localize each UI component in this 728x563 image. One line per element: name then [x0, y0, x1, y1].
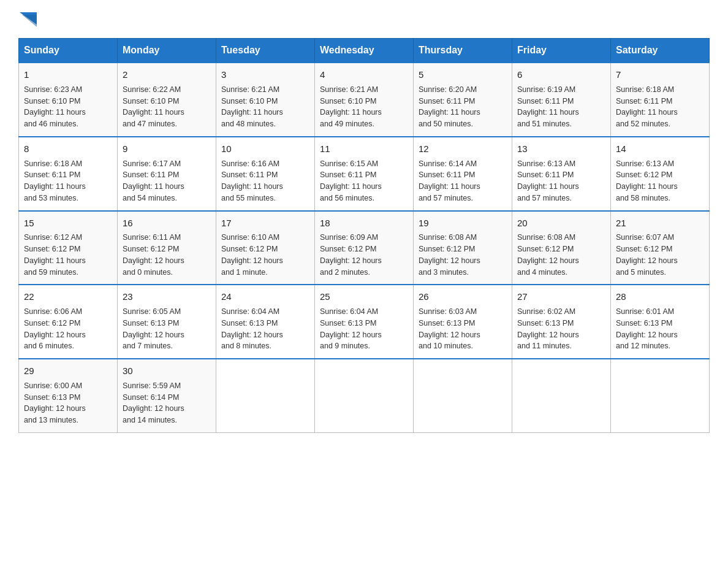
daylight-minutes: and 49 minutes.	[320, 118, 408, 130]
calendar-cell: 15Sunrise: 6:12 AMSunset: 6:12 PMDayligh…	[19, 211, 118, 285]
daylight-minutes: and 53 minutes.	[24, 193, 112, 204]
day-number: 11	[320, 142, 408, 156]
day-number: 12	[419, 142, 507, 156]
sunset-info: Sunset: 6:11 PM	[517, 96, 605, 107]
sunset-info: Sunset: 6:13 PM	[320, 318, 408, 329]
daylight-hours: Daylight: 12 hours	[517, 329, 605, 341]
daylight-hours: Daylight: 11 hours	[24, 181, 112, 193]
sunset-info: Sunset: 6:13 PM	[616, 318, 704, 329]
sunset-info: Sunset: 6:12 PM	[24, 243, 112, 255]
day-number: 7	[616, 68, 704, 82]
calendar-cell: 8Sunrise: 6:18 AMSunset: 6:11 PMDaylight…	[19, 137, 118, 211]
sunrise-info: Sunrise: 6:15 AM	[320, 158, 408, 170]
daylight-minutes: and 9 minutes.	[320, 340, 408, 352]
sunrise-info: Sunrise: 6:00 AM	[24, 380, 112, 392]
sunrise-info: Sunrise: 6:05 AM	[123, 306, 211, 318]
daylight-minutes: and 48 minutes.	[221, 118, 309, 130]
calendar-cell: 26Sunrise: 6:03 AMSunset: 6:13 PMDayligh…	[414, 285, 512, 359]
daylight-info: Daylight: 11 hoursand 49 minutes.	[320, 107, 408, 130]
daylight-hours: Daylight: 12 hours	[24, 329, 112, 341]
day-info: Sunrise: 6:05 AMSunset: 6:13 PMDaylight:…	[123, 306, 211, 352]
calendar-cell: 14Sunrise: 6:13 AMSunset: 6:12 PMDayligh…	[611, 137, 710, 211]
day-info: Sunrise: 6:23 AMSunset: 6:10 PMDaylight:…	[24, 84, 112, 130]
day-info: Sunrise: 6:15 AMSunset: 6:11 PMDaylight:…	[320, 158, 408, 204]
col-header-friday: Friday	[512, 39, 611, 63]
sunrise-info: Sunrise: 6:04 AM	[320, 306, 408, 318]
daylight-info: Daylight: 11 hoursand 57 minutes.	[517, 181, 605, 204]
day-number: 26	[419, 290, 507, 304]
day-number: 27	[517, 290, 605, 304]
calendar-cell: 7Sunrise: 6:18 AMSunset: 6:11 PMDaylight…	[611, 63, 710, 137]
daylight-minutes: and 57 minutes.	[517, 193, 605, 204]
daylight-hours: Daylight: 12 hours	[123, 255, 211, 267]
sunrise-info: Sunrise: 6:21 AM	[221, 84, 309, 96]
daylight-hours: Daylight: 12 hours	[320, 255, 408, 267]
calendar-cell: 6Sunrise: 6:19 AMSunset: 6:11 PMDaylight…	[512, 63, 611, 137]
sunrise-info: Sunrise: 5:59 AM	[123, 380, 211, 392]
calendar-cell: 30Sunrise: 5:59 AMSunset: 6:14 PMDayligh…	[118, 359, 216, 432]
sunrise-info: Sunrise: 6:06 AM	[24, 306, 112, 318]
daylight-minutes: and 4 minutes.	[517, 267, 605, 278]
daylight-minutes: and 50 minutes.	[419, 118, 507, 130]
day-number: 17	[221, 216, 309, 230]
sunrise-info: Sunrise: 6:12 AM	[24, 232, 112, 243]
day-number: 20	[517, 216, 605, 230]
sunrise-info: Sunrise: 6:14 AM	[419, 158, 507, 170]
day-number: 14	[616, 142, 704, 156]
day-info: Sunrise: 6:14 AMSunset: 6:11 PMDaylight:…	[419, 158, 507, 204]
day-info: Sunrise: 6:03 AMSunset: 6:13 PMDaylight:…	[419, 306, 507, 352]
sunset-info: Sunset: 6:11 PM	[123, 169, 211, 181]
day-number: 30	[123, 364, 211, 378]
sunset-info: Sunset: 6:10 PM	[320, 96, 408, 107]
daylight-info: Daylight: 11 hoursand 56 minutes.	[320, 181, 408, 204]
week-row-2: 8Sunrise: 6:18 AMSunset: 6:11 PMDaylight…	[19, 137, 710, 211]
calendar-cell	[315, 359, 414, 432]
daylight-hours: Daylight: 12 hours	[123, 329, 211, 341]
week-row-3: 15Sunrise: 6:12 AMSunset: 6:12 PMDayligh…	[19, 211, 710, 285]
sunset-info: Sunset: 6:12 PM	[517, 243, 605, 255]
sunset-info: Sunset: 6:11 PM	[24, 169, 112, 181]
daylight-hours: Daylight: 11 hours	[320, 107, 408, 118]
daylight-minutes: and 13 minutes.	[24, 415, 112, 426]
day-info: Sunrise: 6:02 AMSunset: 6:13 PMDaylight:…	[517, 306, 605, 352]
daylight-info: Daylight: 11 hoursand 47 minutes.	[123, 107, 211, 130]
day-info: Sunrise: 6:08 AMSunset: 6:12 PMDaylight:…	[517, 232, 605, 278]
sunset-info: Sunset: 6:12 PM	[320, 243, 408, 255]
sunrise-info: Sunrise: 6:19 AM	[517, 84, 605, 96]
day-number: 5	[419, 68, 507, 82]
calendar-cell: 21Sunrise: 6:07 AMSunset: 6:12 PMDayligh…	[611, 211, 710, 285]
daylight-minutes: and 3 minutes.	[419, 267, 507, 278]
daylight-info: Daylight: 12 hoursand 2 minutes.	[320, 255, 408, 278]
day-number: 18	[320, 216, 408, 230]
daylight-hours: Daylight: 12 hours	[320, 329, 408, 341]
sunset-info: Sunset: 6:13 PM	[123, 318, 211, 329]
day-info: Sunrise: 6:16 AMSunset: 6:11 PMDaylight:…	[221, 158, 309, 204]
sunrise-info: Sunrise: 6:20 AM	[419, 84, 507, 96]
page-header	[18, 12, 710, 27]
day-number: 4	[320, 68, 408, 82]
sunrise-info: Sunrise: 6:21 AM	[320, 84, 408, 96]
sunset-info: Sunset: 6:11 PM	[221, 169, 309, 181]
day-number: 13	[517, 142, 605, 156]
daylight-hours: Daylight: 11 hours	[24, 107, 112, 118]
daylight-hours: Daylight: 11 hours	[517, 107, 605, 118]
daylight-info: Daylight: 12 hoursand 5 minutes.	[616, 255, 704, 278]
sunset-info: Sunset: 6:12 PM	[123, 243, 211, 255]
day-number: 8	[24, 142, 112, 156]
daylight-hours: Daylight: 12 hours	[24, 403, 112, 415]
day-info: Sunrise: 6:00 AMSunset: 6:13 PMDaylight:…	[24, 380, 112, 426]
daylight-minutes: and 5 minutes.	[616, 267, 704, 278]
day-number: 21	[616, 216, 704, 230]
day-info: Sunrise: 6:11 AMSunset: 6:12 PMDaylight:…	[123, 232, 211, 278]
day-number: 24	[221, 290, 309, 304]
sunrise-info: Sunrise: 6:08 AM	[517, 232, 605, 243]
daylight-hours: Daylight: 11 hours	[221, 107, 309, 118]
sunrise-info: Sunrise: 6:04 AM	[221, 306, 309, 318]
daylight-hours: Daylight: 12 hours	[616, 255, 704, 267]
daylight-hours: Daylight: 12 hours	[123, 403, 211, 415]
daylight-hours: Daylight: 11 hours	[123, 181, 211, 193]
daylight-info: Daylight: 12 hoursand 12 minutes.	[616, 329, 704, 353]
daylight-info: Daylight: 11 hoursand 51 minutes.	[517, 107, 605, 130]
day-info: Sunrise: 6:04 AMSunset: 6:13 PMDaylight:…	[320, 306, 408, 352]
calendar-cell: 11Sunrise: 6:15 AMSunset: 6:11 PMDayligh…	[315, 137, 414, 211]
